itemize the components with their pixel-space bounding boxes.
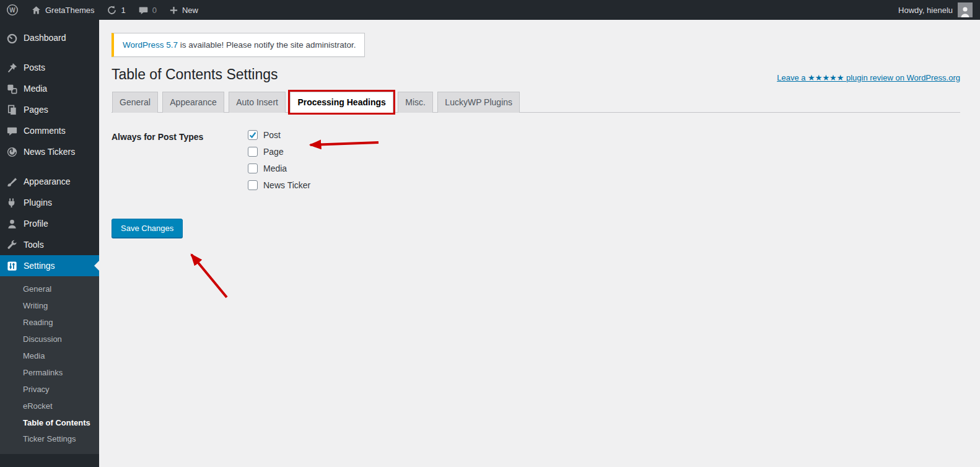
sidebar-item-comments[interactable]: Comments xyxy=(0,120,99,141)
menu-separator xyxy=(0,48,99,57)
submenu-item-media[interactable]: Media xyxy=(0,348,99,365)
checkbox-news-ticker[interactable]: News Ticker xyxy=(248,180,310,190)
wrench-icon xyxy=(6,238,18,251)
checkbox-label: News Ticker xyxy=(263,180,310,190)
admin-sidebar: Dashboard Posts Media Pages Comments New… xyxy=(0,20,99,467)
howdy-account-link[interactable]: Howdy, hienelu xyxy=(898,6,953,15)
post-types-field: Always for Post Types Post Page Media Ne… xyxy=(112,130,960,190)
pushpin-icon xyxy=(6,61,18,74)
update-notice: WordPress 5.7 is available! Please notif… xyxy=(112,33,365,57)
save-changes-button[interactable]: Save Changes xyxy=(112,219,183,238)
tab-general[interactable]: General xyxy=(112,92,158,113)
sidebar-item-profile[interactable]: Profile xyxy=(0,213,99,234)
sidebar-item-dashboard[interactable]: Dashboard xyxy=(0,27,99,48)
sidebar-item-label: Profile xyxy=(24,219,48,229)
sidebar-item-news-tickers[interactable]: News Tickers xyxy=(0,141,99,162)
settings-tabs: General Appearance Auto Insert Processin… xyxy=(112,92,960,113)
updates-menu[interactable]: 1 xyxy=(100,0,131,20)
settings-submenu: General Writing Reading Discussion Media… xyxy=(0,276,99,454)
sidebar-item-appearance[interactable]: Appearance xyxy=(0,171,99,192)
update-icon xyxy=(107,5,117,15)
sidebar-item-label: Appearance xyxy=(24,177,71,186)
sidebar-item-label: Pages xyxy=(24,105,48,115)
notice-text: is available! Please notify the site adm… xyxy=(178,40,356,50)
comment-count: 0 xyxy=(152,6,157,15)
plugin-review-link[interactable]: Leave a ★★★★★ plugin review on WordPress… xyxy=(777,73,960,84)
site-menu[interactable]: GretaThemes xyxy=(25,0,100,20)
submenu-item-privacy[interactable]: Privacy xyxy=(0,382,99,398)
checkbox-box[interactable] xyxy=(248,130,258,140)
comments-icon xyxy=(6,124,18,137)
new-label: New xyxy=(182,6,198,15)
new-content-menu[interactable]: New xyxy=(163,0,204,20)
checkbox-box[interactable] xyxy=(248,164,258,173)
sidebar-item-label: Posts xyxy=(24,63,45,72)
svg-text:W: W xyxy=(9,7,15,14)
checkbox-label: Media xyxy=(263,164,287,173)
submenu-item-permalinks[interactable]: Permalinks xyxy=(0,365,99,382)
comment-icon xyxy=(138,5,149,15)
dashboard-icon xyxy=(6,32,18,44)
site-name: GretaThemes xyxy=(45,6,94,15)
wordpress-logo-icon[interactable]: W xyxy=(0,0,25,20)
sidebar-item-label: Plugins xyxy=(24,198,52,207)
wordpress-version-link[interactable]: WordPress 5.7 xyxy=(123,40,178,50)
submenu-item-ticker-settings[interactable]: Ticker Settings xyxy=(0,431,99,448)
sidebar-item-media[interactable]: Media xyxy=(0,78,99,99)
submenu-item-reading[interactable]: Reading xyxy=(0,315,99,331)
sidebar-item-label: Settings xyxy=(24,261,55,271)
update-count: 1 xyxy=(121,6,125,15)
sidebar-item-label: Comments xyxy=(24,126,66,136)
tab-luckywp-plugins[interactable]: LuckyWP Plugins xyxy=(437,92,520,113)
main-content: WordPress 5.7 is available! Please notif… xyxy=(99,20,980,467)
checkbox-label: Page xyxy=(263,147,284,157)
sidebar-item-tools[interactable]: Tools xyxy=(0,234,99,255)
tab-processing-headings[interactable]: Processing Headings xyxy=(290,92,393,113)
submenu-item-table-of-contents[interactable]: Table of Contents xyxy=(0,415,99,432)
checkbox-box[interactable] xyxy=(248,147,258,157)
plus-icon xyxy=(169,6,178,15)
submenu-item-erocket[interactable]: eRocket xyxy=(0,398,99,415)
settings-sliders-icon xyxy=(6,260,18,272)
pages-icon xyxy=(6,103,18,116)
checkbox-media[interactable]: Media xyxy=(248,164,310,173)
field-label: Always for Post Types xyxy=(112,130,248,190)
post-types-checkbox-list: Post Page Media News Ticker xyxy=(248,130,310,190)
checkbox-box[interactable] xyxy=(248,180,258,190)
checkbox-post[interactable]: Post xyxy=(248,130,310,140)
person-icon xyxy=(6,217,18,230)
sidebar-item-plugins[interactable]: Plugins xyxy=(0,192,99,213)
sidebar-item-label: News Tickers xyxy=(24,147,75,157)
home-icon xyxy=(31,5,42,15)
page-title: Table of Contents Settings xyxy=(112,66,278,84)
sidebar-item-label: Dashboard xyxy=(24,33,66,43)
tab-auto-insert[interactable]: Auto Insert xyxy=(229,92,286,113)
media-icon xyxy=(6,82,18,95)
admin-bar: W GretaThemes 1 0 New Howdy, hienelu xyxy=(0,0,980,20)
check-icon xyxy=(248,131,257,139)
plug-icon xyxy=(6,196,18,209)
sidebar-item-label: Media xyxy=(24,84,47,94)
tab-appearance[interactable]: Appearance xyxy=(162,92,224,113)
comments-menu[interactable]: 0 xyxy=(132,0,163,20)
sidebar-item-label: Tools xyxy=(24,240,44,250)
submenu-item-general[interactable]: General xyxy=(0,281,99,298)
checkbox-label: Post xyxy=(263,130,281,140)
sidebar-item-posts[interactable]: Posts xyxy=(0,57,99,78)
tab-misc[interactable]: Misc. xyxy=(398,92,433,113)
current-menu-arrow xyxy=(94,261,99,271)
paintbrush-icon xyxy=(6,175,18,188)
menu-separator xyxy=(0,162,99,171)
submenu-item-discussion[interactable]: Discussion xyxy=(0,331,99,348)
avatar[interactable] xyxy=(958,2,973,17)
checkbox-page[interactable]: Page xyxy=(248,147,310,157)
ticker-icon xyxy=(6,146,18,158)
sidebar-item-settings[interactable]: Settings xyxy=(0,255,99,276)
submenu-item-writing[interactable]: Writing xyxy=(0,298,99,315)
sidebar-item-pages[interactable]: Pages xyxy=(0,99,99,120)
